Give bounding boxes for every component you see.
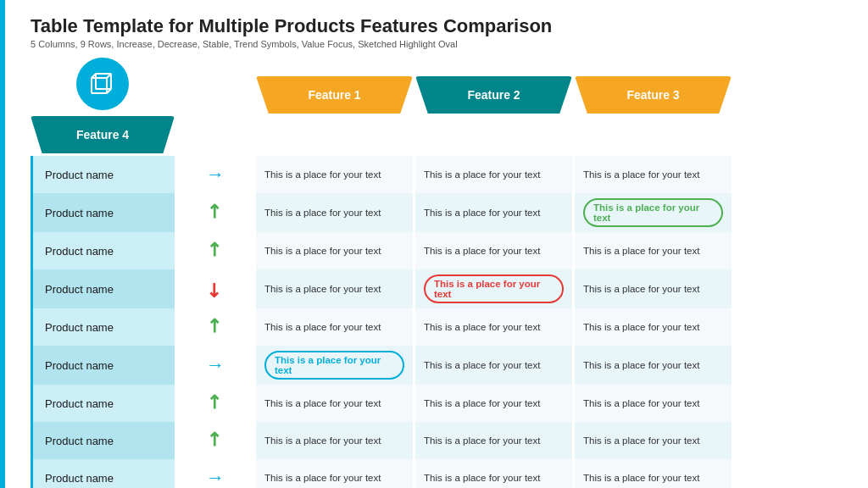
col4-cell: This is a place for your text (575, 308, 732, 346)
col2-cell: This is a place for your text (256, 232, 413, 269)
svg-rect-0 (92, 78, 107, 93)
col4-cell: This is a place for your text (575, 156, 732, 193)
table-row: Product name → This is a place for your … (31, 346, 841, 385)
cell-text: This is a place for your text (264, 246, 381, 256)
col3-cell: This is a place for your text (415, 193, 572, 232)
arrow-cell: ↗ (177, 193, 253, 232)
cell-text: This is a place for your text (264, 435, 381, 446)
header-row: Feature 1 Feature 2 Feature 3 Feature 4 (31, 58, 841, 153)
table-row: Product name ↗ This is a place for your … (31, 193, 841, 232)
product-cell: Product name (31, 232, 175, 269)
feature3-header: Feature 3 (575, 76, 732, 114)
table-row: Product name → This is a place for your … (31, 459, 841, 488)
arrow-cell: ↗ (177, 422, 253, 459)
feature1-header: Feature 1 (256, 76, 413, 114)
col2-cell: This is a place for your text (256, 308, 413, 346)
col2-cell: This is a place for your text (256, 346, 413, 385)
cube-icon (88, 69, 117, 98)
cell-text: This is a place for your text (264, 473, 381, 483)
table-row: Product name → This is a place for your … (31, 156, 841, 193)
product-cell: Product name (31, 459, 175, 488)
highlight-green: This is a place for your text (583, 198, 723, 227)
arrow-right-icon: → (206, 467, 225, 488)
feature2-header: Feature 2 (415, 76, 572, 114)
product-cell: Product name (31, 156, 175, 193)
arrow-up-icon: ↗ (201, 236, 227, 263)
arrow-up-icon: ↗ (201, 313, 227, 339)
col2-cell: This is a place for your text (256, 269, 413, 308)
col3-cell: This is a place for your text (415, 232, 572, 269)
col2-cell: This is a place for your text (256, 422, 413, 459)
col3-cell: This is a place for your text (415, 156, 572, 193)
cell-text: This is a place for your text (264, 284, 381, 294)
col3-cell: This is a place for your text (415, 269, 572, 308)
cell-text: This is a place for your text (583, 169, 699, 180)
cell-text: This is a place for your text (583, 246, 699, 256)
product-cell: Product name (31, 346, 175, 385)
col3-cell: This is a place for your text (415, 459, 572, 488)
cell-text: This is a place for your text (424, 322, 540, 332)
product-cell: Product name (31, 269, 175, 308)
col2-cell: This is a place for your text (256, 193, 413, 232)
product-cell: Product name (31, 193, 175, 232)
cell-text: This is a place for your text (583, 360, 699, 370)
cell-text: This is a place for your text (264, 322, 381, 332)
col4-cell: This is a place for your text (575, 193, 732, 232)
table-row: Product name ↗ This is a place for your … (31, 385, 841, 422)
arrow-cell: → (177, 156, 253, 193)
cell-text: This is a place for your text (264, 398, 381, 408)
col4-cell: This is a place for your text (575, 385, 732, 422)
highlight-blue: This is a place for your text (264, 351, 404, 380)
col3-cell: This is a place for your text (415, 346, 572, 385)
cell-text: This is a place for your text (424, 246, 540, 256)
cell-text: This is a place for your text (424, 398, 540, 408)
product-icon-box (76, 58, 129, 110)
col3-cell: This is a place for your text (415, 422, 572, 459)
cell-text: This is a place for your text (424, 360, 540, 370)
arrow-cell: ↗ (177, 385, 253, 422)
cell-text: This is a place for your text (424, 473, 540, 483)
slide-subtitle: 5 Columns, 9 Rows, Increase, Decrease, S… (31, 39, 844, 49)
table-row: Product name ↗ This is a place for your … (31, 422, 841, 459)
arrow-up-icon: ↗ (201, 198, 227, 225)
arrow-cell: ↘ (177, 269, 253, 308)
col2-cell: This is a place for your text (256, 156, 413, 193)
arrow-cell: → (177, 459, 253, 488)
cell-text: This is a place for your text (424, 208, 540, 218)
col3-cell: This is a place for your text (415, 308, 572, 346)
cell-text: This is a place for your text (424, 435, 540, 446)
cell-text: This is a place for your text (583, 322, 699, 332)
col4-cell: This is a place for your text (575, 459, 732, 488)
cell-text: This is a place for your text (583, 284, 699, 294)
cell-text: This is a place for your text (264, 208, 381, 218)
product-cell: Product name (31, 422, 175, 459)
col2-cell: This is a place for your text (256, 385, 413, 422)
slide: Table Template for Multiple Products Fea… (0, 0, 868, 488)
col3-cell: This is a place for your text (415, 385, 572, 422)
col4-cell: This is a place for your text (575, 346, 732, 385)
cell-text: This is a place for your text (264, 169, 381, 180)
feature4-header: Feature 4 (31, 116, 175, 153)
arrow-up-icon: ↗ (201, 389, 227, 415)
comparison-table: Feature 1 Feature 2 Feature 3 Feature 4 … (31, 58, 841, 488)
cell-text: This is a place for your text (583, 435, 699, 446)
product-cell: Product name (31, 308, 175, 346)
cell-text: This is a place for your text (424, 169, 540, 180)
highlight-red: This is a place for your text (424, 274, 564, 303)
arrow-right-icon: → (206, 354, 225, 376)
table-row: Product name ↗ This is a place for your … (31, 232, 841, 269)
table-row: Product name ↘ This is a place for your … (31, 269, 841, 308)
data-rows: Product name → This is a place for your … (31, 156, 841, 488)
col4-cell: This is a place for your text (575, 422, 732, 459)
product-cell: Product name (31, 385, 175, 422)
slide-title: Table Template for Multiple Products Fea… (31, 15, 844, 37)
arrow-up-icon: ↗ (201, 426, 227, 452)
cell-text: This is a place for your text (583, 473, 699, 483)
col4-cell: This is a place for your text (575, 232, 732, 269)
arrow-cell: ↗ (177, 232, 253, 269)
col2-cell: This is a place for your text (256, 459, 413, 488)
cell-text: This is a place for your text (583, 398, 699, 408)
table-row: Product name ↗ This is a place for your … (31, 308, 841, 346)
arrow-cell: ↗ (177, 308, 253, 346)
arrow-right-icon: → (206, 164, 225, 186)
